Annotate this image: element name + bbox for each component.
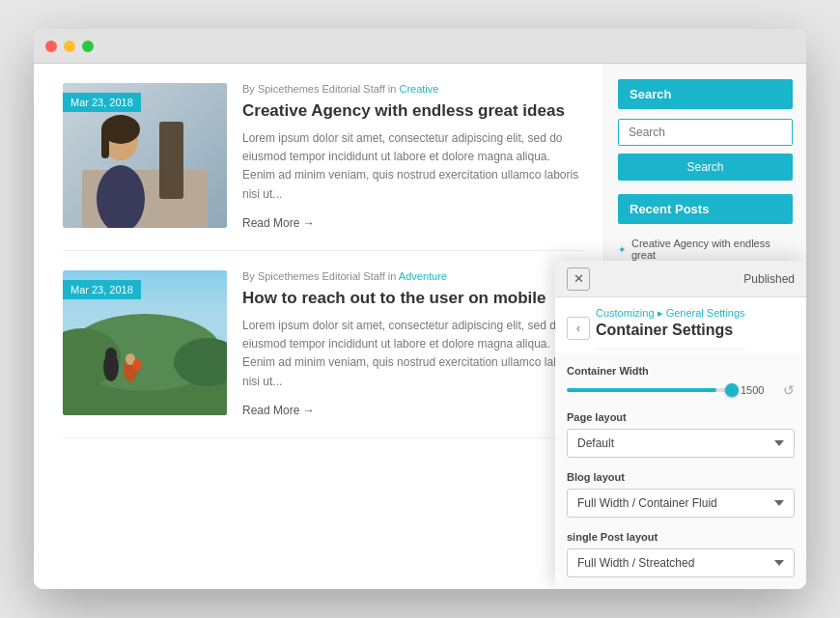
customizer-close-button[interactable]: ✕	[567, 267, 590, 291]
post-in: in	[388, 83, 397, 95]
customizer-breadcrumb: Customizing ▸ General Settings	[596, 307, 745, 320]
single-post-layout-setting: single Post layout Full Width / Streatch…	[567, 531, 795, 577]
container-width-setting: Container Width 1500 ↺	[567, 365, 795, 398]
svg-point-14	[105, 348, 117, 361]
post-content-2: By Spicethemes Editorial Staff in Advent…	[242, 270, 584, 418]
search-input[interactable]	[619, 120, 792, 145]
search-button[interactable]: Search	[618, 154, 793, 181]
slider-fill	[567, 388, 716, 392]
blog-area: Mar 23, 2018	[34, 64, 603, 589]
single-post-layout-label: single Post layout	[567, 531, 795, 543]
blog-layout-select[interactable]: Full Width / Container Fluid Boxed Defau…	[567, 489, 795, 518]
traffic-light-green[interactable]	[82, 41, 94, 52]
post-excerpt: Lorem ipsum dolor sit amet, consectetur …	[242, 129, 584, 204]
browser-window: Mar 23, 2018	[34, 29, 806, 589]
post-excerpt-2: Lorem ipsum dolor sit amet, consectetur …	[242, 317, 584, 391]
container-width-label: Container Width	[567, 365, 795, 377]
svg-rect-7	[101, 129, 109, 158]
slider-track[interactable]	[567, 388, 733, 392]
recent-posts-title: Recent Posts	[618, 194, 793, 224]
customizer-section-title: Container Settings	[596, 320, 745, 350]
single-post-layout-select[interactable]: Full Width / Streatched Boxed Default	[567, 548, 795, 577]
post-author: By Spicethemes Editorial Staff	[242, 83, 385, 95]
customizer-published-label: Published	[743, 272, 795, 286]
post-content: By Spicethemes Editorial Staff in Creati…	[242, 83, 584, 231]
page-layout-label: Page layout	[567, 411, 795, 423]
breadcrumb-parent[interactable]: General Settings	[666, 307, 745, 319]
slider-thumb[interactable]	[725, 383, 739, 397]
page-layout-select[interactable]: Default Boxed Full Width	[567, 429, 795, 458]
slider-reset-button[interactable]: ↺	[783, 382, 795, 398]
recent-post-title[interactable]: Creative Agency with endless great	[631, 238, 793, 261]
customizer-panel: ✕ Published ‹ Customizing ▸ General Sett…	[555, 261, 806, 589]
post-title: Creative Agency with endless great ideas	[242, 100, 584, 122]
post-date-badge: Mar 23, 2018	[63, 93, 141, 112]
svg-rect-17	[133, 360, 141, 370]
recent-posts-widget: Recent Posts ✦ Creative Agency with endl…	[618, 194, 793, 266]
read-more-link[interactable]: Read More →	[242, 216, 315, 230]
traffic-light-yellow[interactable]	[64, 41, 75, 52]
post-author-2: By Spicethemes Editorial Staff	[242, 270, 385, 282]
customizer-header: ✕ Published	[555, 261, 806, 297]
search-input-wrapper	[618, 119, 793, 146]
blog-layout-setting: Blog layout Full Width / Container Fluid…	[567, 471, 795, 518]
breadcrumb-separator: ▸	[658, 307, 666, 319]
breadcrumb-root[interactable]: Customizing	[596, 307, 655, 319]
post-category[interactable]: Creative	[399, 83, 438, 95]
traffic-light-red[interactable]	[45, 41, 57, 52]
post-date-badge-2: Mar 23, 2018	[63, 280, 141, 299]
post-image-wrapper: Mar 23, 2018	[63, 83, 227, 228]
blog-post: Mar 23, 2018	[63, 270, 584, 438]
search-widget: Search Search	[618, 79, 793, 181]
customizer-back-button[interactable]: ‹	[567, 317, 590, 340]
page-layout-setting: Page layout Default Boxed Full Width	[567, 411, 795, 458]
blog-post: Mar 23, 2018	[63, 83, 584, 251]
svg-rect-3	[159, 122, 183, 199]
post-title-2: How to reach out to the user on mobile	[242, 288, 584, 309]
read-more-link-2[interactable]: Read More →	[242, 404, 315, 417]
browser-titlebar	[34, 29, 806, 64]
post-meta: By Spicethemes Editorial Staff in Creati…	[242, 83, 584, 95]
post-category-2[interactable]: Adventure	[399, 270, 447, 282]
customizer-body: Container Width 1500 ↺ Page layout De	[555, 353, 806, 589]
customizer-breadcrumb-row: ‹ Customizing ▸ General Settings Contain…	[555, 297, 806, 353]
post-meta-2: By Spicethemes Editorial Staff in Advent…	[242, 270, 584, 282]
slider-value: 1500	[741, 384, 775, 396]
blog-layout-label: Blog layout	[567, 471, 795, 483]
search-widget-title: Search	[618, 79, 793, 109]
post-in-2: in	[388, 270, 397, 282]
recent-post-icon: ✦	[618, 244, 626, 255]
post-image-wrapper-2: Mar 23, 2018	[63, 270, 227, 415]
browser-content: Mar 23, 2018	[34, 64, 806, 589]
slider-row: 1500 ↺	[567, 382, 795, 398]
